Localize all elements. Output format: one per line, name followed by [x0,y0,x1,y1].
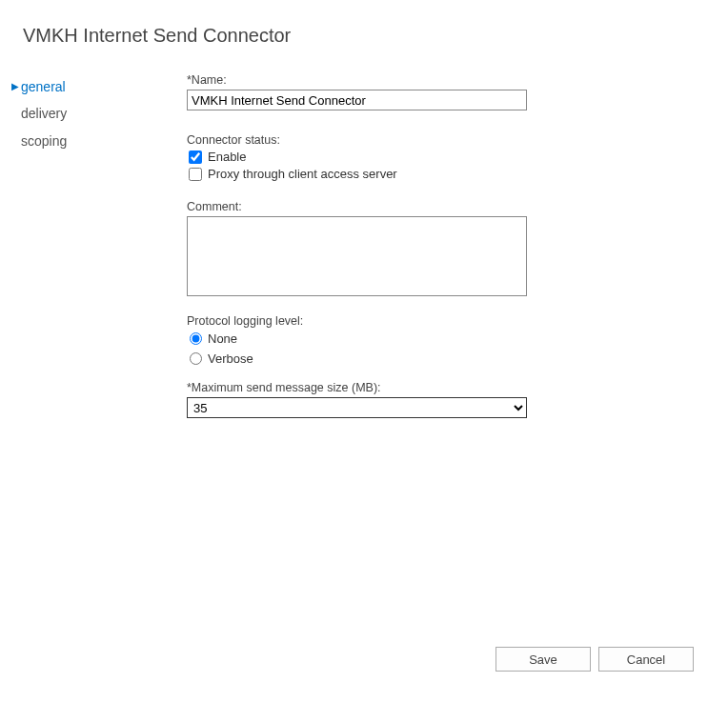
content-area: ▶ general ▶ delivery ▶ scoping *Name: Co… [0,73,728,433]
caret-right-icon: ▶ [11,79,21,94]
main-form: *Name: Connector status: Enable Proxy th… [172,73,728,433]
sidebar-item-delivery[interactable]: ▶ delivery [10,100,172,127]
save-button[interactable]: Save [495,647,591,672]
comment-label: Comment: [187,200,728,213]
proto-verbose-radio[interactable] [190,352,202,365]
proxy-checkbox[interactable] [189,168,202,181]
enable-checkbox[interactable] [189,150,202,164]
sidebar-item-label: general [21,76,66,97]
name-label: *Name: [187,73,728,87]
sidebar-item-scoping[interactable]: ▶ scoping [10,128,172,154]
maxsize-select[interactable]: 35 [187,397,527,418]
comment-group: Comment: [187,200,728,299]
comment-textarea[interactable] [187,216,527,296]
connector-status-label: Connector status: [187,133,728,147]
proto-none-label: None [208,331,237,346]
sidebar-item-general[interactable]: ▶ general [10,73,172,100]
name-group: *Name: [187,73,728,110]
maxsize-group: *Maximum send message size (MB): 35 [187,381,728,418]
proto-label: Protocol logging level: [187,314,728,328]
proto-verbose-label: Verbose [208,351,253,366]
sidebar-item-label: delivery [21,103,67,124]
maxsize-label: *Maximum send message size (MB): [187,381,728,394]
enable-label: Enable [208,150,246,164]
page-title: VMKH Internet Send Connector [0,0,728,47]
proto-group: Protocol logging level: None Verbose [187,314,728,366]
footer: Save Cancel [495,647,694,672]
cancel-button[interactable]: Cancel [598,647,694,672]
name-input[interactable] [187,90,527,110]
sidebar: ▶ general ▶ delivery ▶ scoping [0,73,172,433]
sidebar-item-label: scoping [21,130,67,151]
connector-status-group: Connector status: Enable Proxy through c… [187,133,728,181]
proto-none-radio[interactable] [190,332,202,345]
proxy-label: Proxy through client access server [208,167,397,181]
